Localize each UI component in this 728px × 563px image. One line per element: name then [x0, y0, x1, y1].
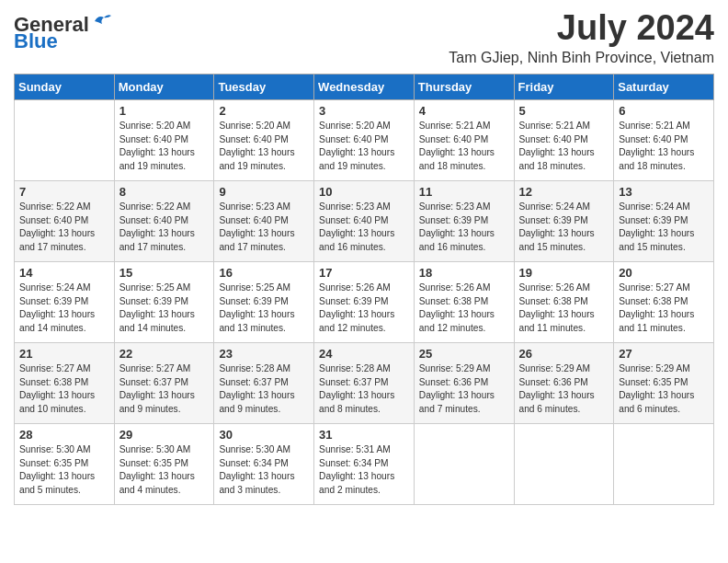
calendar-cell: 22Sunrise: 5:27 AMSunset: 6:37 PMDayligh… [114, 342, 214, 423]
calendar-week-row: 14Sunrise: 5:24 AMSunset: 6:39 PMDayligh… [15, 261, 714, 342]
calendar-week-row: 28Sunrise: 5:30 AMSunset: 6:35 PMDayligh… [15, 423, 714, 504]
location-title: Tam GJiep, Ninh Binh Province, Vietnam [449, 50, 714, 66]
day-number: 20 [619, 266, 709, 280]
calendar-cell: 23Sunrise: 5:28 AMSunset: 6:37 PMDayligh… [214, 342, 314, 423]
day-info: Sunrise: 5:29 AMSunset: 6:35 PMDaylight:… [619, 363, 694, 414]
day-info: Sunrise: 5:27 AMSunset: 6:37 PMDaylight:… [119, 363, 195, 414]
day-info: Sunrise: 5:21 AMSunset: 6:40 PMDaylight:… [419, 121, 495, 171]
calendar-cell: 18Sunrise: 5:26 AMSunset: 6:38 PMDayligh… [414, 261, 514, 342]
header-friday: Friday [514, 74, 614, 99]
day-info: Sunrise: 5:30 AMSunset: 6:35 PMDaylight:… [119, 444, 195, 495]
day-number: 24 [319, 347, 409, 361]
day-number: 6 [619, 104, 709, 118]
day-info: Sunrise: 5:21 AMSunset: 6:40 PMDaylight:… [519, 121, 595, 171]
day-number: 1 [119, 104, 210, 118]
day-info: Sunrise: 5:22 AMSunset: 6:40 PMDaylight:… [19, 201, 95, 252]
header-thursday: Thursday [414, 74, 514, 99]
day-number: 22 [119, 347, 210, 361]
day-number: 29 [119, 428, 210, 442]
title-area: July 2024 Tam GJiep, Ninh Binh Province,… [449, 9, 714, 66]
calendar-cell: 15Sunrise: 5:25 AMSunset: 6:39 PMDayligh… [114, 261, 214, 342]
day-info: Sunrise: 5:30 AMSunset: 6:35 PMDaylight:… [19, 444, 95, 495]
day-number: 4 [419, 104, 509, 118]
calendar-cell: 13Sunrise: 5:24 AMSunset: 6:39 PMDayligh… [614, 180, 714, 261]
day-number: 5 [519, 104, 609, 118]
day-number: 17 [319, 266, 409, 280]
header-monday: Monday [114, 74, 214, 99]
day-number: 19 [519, 266, 609, 280]
calendar-week-row: 21Sunrise: 5:27 AMSunset: 6:38 PMDayligh… [15, 342, 714, 423]
day-number: 16 [219, 266, 309, 280]
day-info: Sunrise: 5:20 AMSunset: 6:40 PMDaylight:… [319, 121, 394, 171]
logo-blue: Blue [14, 31, 58, 52]
calendar-table: Sunday Monday Tuesday Wednesday Thursday… [14, 74, 714, 505]
header-saturday: Saturday [614, 74, 714, 99]
header-tuesday: Tuesday [214, 74, 314, 99]
day-info: Sunrise: 5:24 AMSunset: 6:39 PMDaylight:… [519, 201, 595, 252]
day-info: Sunrise: 5:30 AMSunset: 6:34 PMDaylight:… [219, 444, 294, 495]
day-info: Sunrise: 5:28 AMSunset: 6:37 PMDaylight:… [219, 363, 294, 414]
day-info: Sunrise: 5:21 AMSunset: 6:40 PMDaylight:… [619, 121, 694, 171]
day-info: Sunrise: 5:27 AMSunset: 6:38 PMDaylight:… [619, 282, 694, 333]
calendar-cell: 2Sunrise: 5:20 AMSunset: 6:40 PMDaylight… [214, 99, 314, 180]
day-info: Sunrise: 5:26 AMSunset: 6:38 PMDaylight:… [419, 282, 495, 333]
day-number: 2 [219, 104, 309, 118]
calendar-cell: 26Sunrise: 5:29 AMSunset: 6:36 PMDayligh… [514, 342, 614, 423]
day-number: 12 [519, 185, 609, 199]
calendar-cell: 19Sunrise: 5:26 AMSunset: 6:38 PMDayligh… [514, 261, 614, 342]
logo-bird-icon [91, 13, 111, 29]
calendar-cell: 31Sunrise: 5:31 AMSunset: 6:34 PMDayligh… [314, 423, 415, 504]
day-number: 7 [19, 185, 109, 199]
calendar-cell: 20Sunrise: 5:27 AMSunset: 6:38 PMDayligh… [614, 261, 714, 342]
day-number: 9 [219, 185, 309, 199]
day-info: Sunrise: 5:27 AMSunset: 6:38 PMDaylight:… [19, 363, 95, 414]
calendar-cell: 11Sunrise: 5:23 AMSunset: 6:39 PMDayligh… [414, 180, 514, 261]
day-number: 30 [219, 428, 309, 442]
calendar-cell: 17Sunrise: 5:26 AMSunset: 6:39 PMDayligh… [314, 261, 415, 342]
day-number: 23 [219, 347, 309, 361]
day-number: 27 [619, 347, 709, 361]
calendar-cell: 8Sunrise: 5:22 AMSunset: 6:40 PMDaylight… [114, 180, 214, 261]
day-number: 8 [119, 185, 210, 199]
day-info: Sunrise: 5:25 AMSunset: 6:39 PMDaylight:… [219, 282, 294, 333]
day-info: Sunrise: 5:28 AMSunset: 6:37 PMDaylight:… [319, 363, 394, 414]
calendar-cell: 28Sunrise: 5:30 AMSunset: 6:35 PMDayligh… [15, 423, 115, 504]
day-number: 13 [619, 185, 709, 199]
day-number: 28 [19, 428, 109, 442]
calendar-week-row: 1Sunrise: 5:20 AMSunset: 6:40 PMDaylight… [15, 99, 714, 180]
day-info: Sunrise: 5:23 AMSunset: 6:40 PMDaylight:… [319, 201, 394, 252]
calendar-cell: 21Sunrise: 5:27 AMSunset: 6:38 PMDayligh… [15, 342, 115, 423]
header-sunday: Sunday [15, 74, 115, 99]
day-number: 10 [319, 185, 409, 199]
calendar-cell: 27Sunrise: 5:29 AMSunset: 6:35 PMDayligh… [614, 342, 714, 423]
calendar-cell: 30Sunrise: 5:30 AMSunset: 6:34 PMDayligh… [214, 423, 314, 504]
calendar-header-row: Sunday Monday Tuesday Wednesday Thursday… [15, 74, 714, 99]
day-info: Sunrise: 5:20 AMSunset: 6:40 PMDaylight:… [219, 121, 294, 171]
day-number: 18 [419, 266, 509, 280]
calendar-cell: 6Sunrise: 5:21 AMSunset: 6:40 PMDaylight… [614, 99, 714, 180]
day-info: Sunrise: 5:31 AMSunset: 6:34 PMDaylight:… [319, 444, 394, 495]
day-number: 31 [319, 428, 409, 442]
calendar-cell: 10Sunrise: 5:23 AMSunset: 6:40 PMDayligh… [314, 180, 415, 261]
calendar-cell: 14Sunrise: 5:24 AMSunset: 6:39 PMDayligh… [15, 261, 115, 342]
day-info: Sunrise: 5:22 AMSunset: 6:40 PMDaylight:… [119, 201, 195, 252]
day-number: 21 [19, 347, 109, 361]
page-header: General Blue July 2024 Tam GJiep, Ninh B… [14, 9, 714, 66]
calendar-cell [414, 423, 514, 504]
calendar-cell [514, 423, 614, 504]
day-number: 25 [419, 347, 509, 361]
day-number: 26 [519, 347, 609, 361]
day-info: Sunrise: 5:24 AMSunset: 6:39 PMDaylight:… [619, 201, 694, 252]
day-info: Sunrise: 5:26 AMSunset: 6:38 PMDaylight:… [519, 282, 595, 333]
month-title: July 2024 [449, 9, 714, 48]
day-info: Sunrise: 5:24 AMSunset: 6:39 PMDaylight:… [19, 282, 95, 333]
calendar-cell: 29Sunrise: 5:30 AMSunset: 6:35 PMDayligh… [114, 423, 214, 504]
day-number: 14 [19, 266, 109, 280]
day-info: Sunrise: 5:29 AMSunset: 6:36 PMDaylight:… [419, 363, 495, 414]
logo: General Blue [14, 13, 111, 52]
day-info: Sunrise: 5:29 AMSunset: 6:36 PMDaylight:… [519, 363, 595, 414]
calendar-cell: 24Sunrise: 5:28 AMSunset: 6:37 PMDayligh… [314, 342, 415, 423]
header-wednesday: Wednesday [314, 74, 415, 99]
calendar-cell: 7Sunrise: 5:22 AMSunset: 6:40 PMDaylight… [15, 180, 115, 261]
calendar-cell: 12Sunrise: 5:24 AMSunset: 6:39 PMDayligh… [514, 180, 614, 261]
